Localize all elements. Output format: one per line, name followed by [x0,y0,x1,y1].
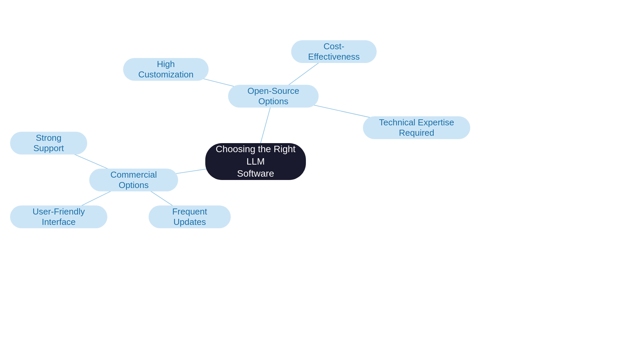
high-customization-node[interactable]: High Customization [123,58,209,81]
cost-effectiveness-label: Cost-Effectiveness [301,41,367,62]
strong-support-label: Strong Support [20,133,77,154]
technical-expertise-label: Technical Expertise Required [373,117,460,138]
high-customization-label: High Customization [133,59,199,80]
frequent-updates-label: Frequent Updates [159,206,221,227]
commercial-options-label: Commercial Options [99,170,168,190]
center-label: Choosing the Right LLM Software [205,143,306,180]
user-friendly-node[interactable]: User-Friendly Interface [10,205,107,228]
frequent-updates-node[interactable]: Frequent Updates [149,205,231,228]
open-source-label: Open-Source Options [238,86,309,107]
user-friendly-label: User-Friendly Interface [20,206,97,227]
center-node[interactable]: Choosing the Right LLM Software [205,143,306,180]
technical-expertise-node[interactable]: Technical Expertise Required [363,116,470,139]
strong-support-node[interactable]: Strong Support [10,132,87,155]
commercial-options-node[interactable]: Commercial Options [89,169,178,191]
cost-effectiveness-node[interactable]: Cost-Effectiveness [291,40,377,63]
open-source-node[interactable]: Open-Source Options [228,85,319,108]
